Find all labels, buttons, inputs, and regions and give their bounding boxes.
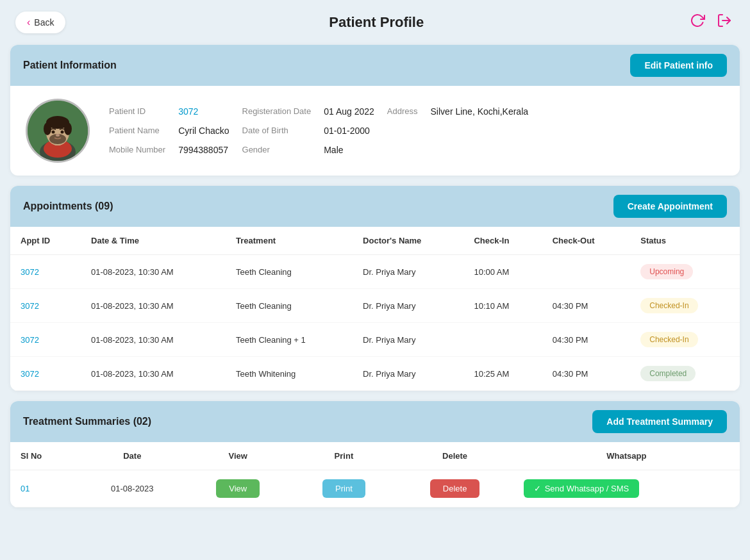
appointments-scroll-area[interactable]: Appt ID Date & Time Treatment Doctor's N…	[10, 227, 740, 391]
col-checkin: Check-In	[463, 227, 542, 255]
table-row: 3072 01-08-2023, 10:30 AM Teeth Cleaning…	[10, 255, 740, 289]
col-doctor: Doctor's Name	[353, 227, 463, 255]
reg-date-label: Registeration Date	[242, 106, 312, 116]
status-cell: Completed	[630, 357, 740, 391]
ts-date-cell: 01-08-2023	[79, 470, 185, 507]
appointments-tbody: 3072 01-08-2023, 10:30 AM Teeth Cleaning…	[10, 255, 740, 391]
treatment-summaries-title: Treatment Summaries (02)	[23, 416, 151, 427]
doctor-cell: Dr. Priya Mary	[353, 255, 463, 289]
print-button[interactable]: Print	[322, 479, 365, 498]
status-cell: Checked-In	[630, 323, 740, 357]
status-badge: Checked-In	[640, 298, 697, 313]
gender-label: Gender	[242, 145, 312, 154]
patient-info-card: Patient Information Edit Patient info	[10, 45, 740, 176]
avatar	[26, 99, 90, 163]
datetime-cell: 01-08-2023, 10:30 AM	[81, 255, 226, 289]
ts-view-cell: View	[185, 470, 291, 507]
patient-info-grid: Patient ID 3072 Registeration Date 01 Au…	[109, 106, 528, 155]
mobile-value: 7994388057	[178, 145, 229, 155]
treatment-summaries-table-container: Sl No Date View Print Delete Whatsapp 01…	[10, 442, 740, 507]
status-badge: Upcoming	[640, 264, 693, 279]
patient-id-label: Patient ID	[109, 106, 165, 116]
col-status: Status	[630, 227, 740, 255]
patient-name-value: Cyril Chacko	[178, 126, 229, 136]
refresh-button[interactable]	[687, 10, 708, 35]
appt-id-cell[interactable]: 3072	[10, 289, 81, 323]
treatment-summaries-tbody: 01 01-08-2023 View Print Delete ✓ Send W…	[10, 470, 740, 507]
patient-info-header: Patient Information Edit Patient info	[10, 45, 740, 86]
back-button[interactable]: ‹ Back	[15, 12, 65, 33]
avatar-image	[28, 101, 88, 161]
col-datetime: Date & Time	[81, 227, 226, 255]
chevron-left-icon: ‹	[27, 17, 30, 28]
page-title: Patient Profile	[329, 14, 424, 31]
mobile-label: Mobile Number	[109, 145, 165, 154]
address-label: Address	[387, 106, 418, 116]
svg-point-11	[61, 131, 64, 134]
appt-id-cell[interactable]: 3072	[10, 255, 81, 289]
appointments-thead: Appt ID Date & Time Treatment Doctor's N…	[10, 227, 740, 255]
checkin-cell: 10:10 AM	[463, 289, 542, 323]
reg-date-value: 01 Aug 2022	[324, 106, 374, 117]
ts-col-date: Date	[79, 442, 185, 470]
appointments-title: Appointments (09)	[23, 201, 113, 212]
status-badge: Checked-In	[640, 332, 697, 347]
checkout-cell	[542, 255, 630, 289]
status-badge: Completed	[640, 366, 696, 381]
col-treatment: Treatment	[226, 227, 353, 255]
treatment-summaries-header: Treatment Summaries (02) Add Treatment S…	[10, 401, 740, 442]
page-header: ‹ Back Patient Profile	[0, 0, 750, 45]
appointments-header-row: Appt ID Date & Time Treatment Doctor's N…	[10, 227, 740, 255]
status-cell: Upcoming	[630, 255, 740, 289]
logout-button[interactable]	[714, 10, 735, 35]
doctor-cell: Dr. Priya Mary	[353, 323, 463, 357]
view-button[interactable]: View	[216, 479, 260, 498]
checkin-cell	[463, 323, 542, 357]
patient-info-title: Patient Information	[23, 60, 117, 71]
patient-body: Patient ID 3072 Registeration Date 01 Au…	[10, 86, 740, 176]
ts-col-slno: Sl No	[10, 442, 79, 470]
whatsapp-button[interactable]: ✓ Send Whatsapp / SMS	[524, 479, 640, 498]
datetime-cell: 01-08-2023, 10:30 AM	[81, 323, 226, 357]
treatment-summaries-table: Sl No Date View Print Delete Whatsapp 01…	[10, 442, 740, 507]
svg-point-10	[52, 131, 55, 134]
checkout-cell: 04:30 PM	[542, 289, 630, 323]
ts-print-cell: Print	[291, 470, 396, 507]
checkin-cell: 10:25 AM	[463, 357, 542, 391]
checkin-cell: 10:00 AM	[463, 255, 542, 289]
create-appointment-button[interactable]: Create Appointment	[613, 195, 727, 218]
appt-id-cell[interactable]: 3072	[10, 323, 81, 357]
header-actions	[687, 10, 735, 35]
col-appt-id: Appt ID	[10, 227, 81, 255]
svg-point-8	[64, 122, 72, 135]
checkout-cell: 04:30 PM	[542, 357, 630, 391]
ts-whatsapp-cell: ✓ Send Whatsapp / SMS	[513, 470, 740, 507]
ts-col-print: Print	[291, 442, 396, 470]
datetime-cell: 01-08-2023, 10:30 AM	[81, 289, 226, 323]
appointments-header: Appointments (09) Create Appointment	[10, 186, 740, 227]
back-label: Back	[34, 17, 54, 28]
ts-col-view: View	[185, 442, 291, 470]
treatment-summaries-card: Treatment Summaries (02) Add Treatment S…	[10, 401, 740, 507]
edit-patient-button[interactable]: Edit Patient info	[630, 54, 727, 77]
appointments-table-container: Appt ID Date & Time Treatment Doctor's N…	[10, 227, 740, 391]
patient-id-value[interactable]: 3072	[178, 106, 229, 117]
patient-name-label: Patient Name	[109, 126, 165, 135]
doctor-cell: Dr. Priya Mary	[353, 289, 463, 323]
dob-value: 01-01-2000	[324, 126, 374, 136]
add-treatment-summary-button[interactable]: Add Treatment Summary	[592, 410, 727, 433]
delete-button[interactable]: Delete	[430, 479, 480, 498]
svg-point-7	[44, 122, 51, 135]
appt-id-cell[interactable]: 3072	[10, 357, 81, 391]
treatment-cell: Teeth Cleaning + 1	[226, 323, 353, 357]
checkout-cell: 04:30 PM	[542, 323, 630, 357]
svg-point-12	[56, 134, 60, 136]
col-checkout: Check-Out	[542, 227, 630, 255]
appointments-table: Appt ID Date & Time Treatment Doctor's N…	[10, 227, 740, 391]
appointments-card: Appointments (09) Create Appointment App…	[10, 186, 740, 391]
treatment-summaries-thead: Sl No Date View Print Delete Whatsapp	[10, 442, 740, 470]
treatment-cell: Teeth Cleaning	[226, 255, 353, 289]
list-item: 01 01-08-2023 View Print Delete ✓ Send W…	[10, 470, 740, 507]
gender-value: Male	[324, 145, 374, 155]
datetime-cell: 01-08-2023, 10:30 AM	[81, 357, 226, 391]
